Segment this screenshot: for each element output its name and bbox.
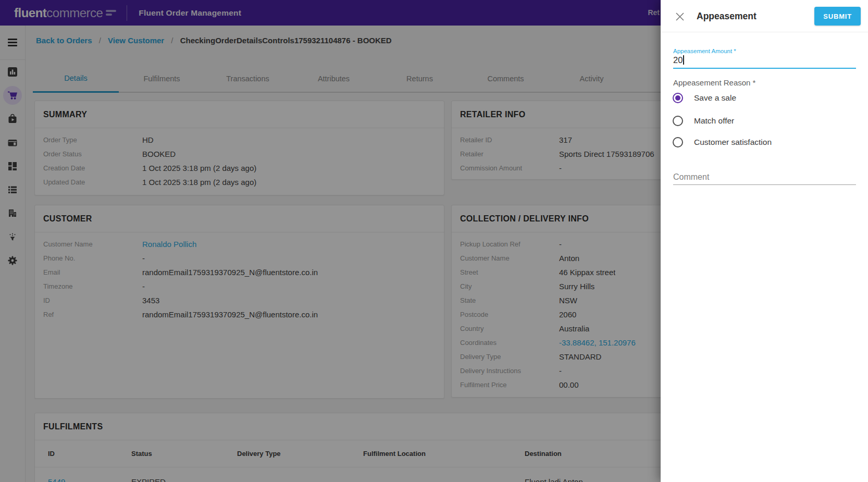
submit-button[interactable]: SUBMIT xyxy=(814,7,861,26)
radio-selected-icon[interactable] xyxy=(673,93,683,103)
radio-option-match-offer[interactable]: Match offer xyxy=(673,116,734,126)
radio-unselected-icon[interactable] xyxy=(673,116,683,126)
comment-input-underline xyxy=(673,184,856,185)
drawer-header: Appeasement SUBMIT xyxy=(661,0,868,32)
drawer-title: Appeasement xyxy=(697,11,757,22)
close-icon[interactable] xyxy=(676,13,684,21)
appeasement-amount-input[interactable]: 20 xyxy=(673,55,856,68)
radio-option-label[interactable]: Match offer xyxy=(694,116,734,126)
text-caret xyxy=(683,55,684,65)
appeasement-amount-label: Appeasement Amount * xyxy=(673,48,736,54)
amount-input-underline xyxy=(673,68,856,69)
appeasement-drawer: Appeasement SUBMIT Appeasement Amount * … xyxy=(661,0,868,482)
radio-option-label[interactable]: Customer satisfaction xyxy=(694,138,772,147)
app-root: fluentcommerce Fluent Order Management R… xyxy=(0,0,868,482)
radio-option-customer-satisfaction[interactable]: Customer satisfaction xyxy=(673,137,772,147)
appeasement-amount-value: 20 xyxy=(673,55,683,65)
comment-input-label[interactable]: Comment xyxy=(673,172,709,182)
radio-unselected-icon[interactable] xyxy=(673,137,683,147)
radio-option-label[interactable]: Save a sale xyxy=(694,93,736,103)
radio-option-save-a-sale[interactable]: Save a sale xyxy=(673,93,736,103)
appeasement-reason-label: Appeasement Reason * xyxy=(673,78,755,87)
